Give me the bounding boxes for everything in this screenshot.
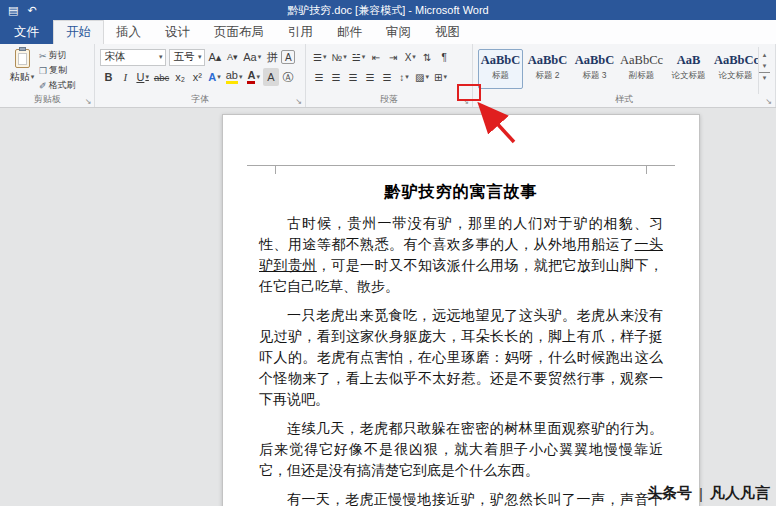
italic-button[interactable]: I <box>117 68 133 86</box>
style-name: 论文标题 <box>667 70 710 82</box>
character-shading-button[interactable]: A <box>263 68 279 86</box>
tab-review[interactable]: 审阅 <box>374 20 423 44</box>
gallery-scroll-up-icon[interactable]: ▴ <box>759 50 770 60</box>
align-right-button[interactable]: ☰ <box>345 68 361 86</box>
shrink-font-button[interactable]: A▾ <box>224 48 240 66</box>
line-spacing-button[interactable]: ↕▾ <box>396 68 412 86</box>
style-name: 标题 <box>479 70 522 82</box>
paragraph-2[interactable]: 一只老虎出来觅食吃，远远地望见了这头驴。老虎从来没有见过驴，看到这家伙身躯庞大，… <box>259 305 663 410</box>
character-border-button[interactable]: A <box>281 50 295 64</box>
tab-page-layout[interactable]: 页面布局 <box>202 20 276 44</box>
multilevel-list-button[interactable]: ☱▾ <box>350 48 367 66</box>
style-item-paper-title[interactable]: AaB 论文标题 <box>666 49 711 89</box>
chevron-down-icon: ▾ <box>239 73 243 81</box>
chevron-down-icon: ▾ <box>443 73 447 81</box>
font-color-icon: A <box>247 70 255 84</box>
title-bar: ▤ ↶ 黔驴技穷.doc [兼容模式] - Microsoft Word <box>0 0 776 20</box>
window-title: 黔驴技穷.doc [兼容模式] - Microsoft Word <box>0 0 776 20</box>
style-preview: AaB <box>667 53 710 67</box>
style-item-heading3[interactable]: AaBbC 标题 3 <box>572 49 617 89</box>
cut-icon: ✂ <box>39 51 47 61</box>
chevron-down-icon: ▾ <box>323 53 327 61</box>
watermark-separator: | <box>699 485 703 502</box>
gallery-scroll-down-icon[interactable]: ▾ <box>759 61 770 71</box>
bold-button[interactable]: B <box>100 68 116 86</box>
text-effects-button[interactable]: A▾ <box>206 68 222 86</box>
underline-button[interactable]: U▾ <box>134 68 150 86</box>
document-page[interactable]: 黔驴技穷的寓言故事 古时候，贵州一带没有驴，那里的人们对于驴的相貌、习性、用途等… <box>222 114 700 506</box>
tab-insert[interactable]: 插入 <box>104 20 153 44</box>
justify-button[interactable]: ☰ <box>362 68 378 86</box>
styles-dialog-launcher-icon[interactable]: ↘ <box>765 98 772 106</box>
tab-file[interactable]: 文件 <box>0 20 53 44</box>
numbering-icon: № <box>332 52 343 63</box>
document-canvas[interactable]: 黔驴技穷的寓言故事 古时候，贵州一带没有驴，那里的人们对于驴的相貌、习性、用途等… <box>0 108 776 506</box>
tab-mailings[interactable]: 邮件 <box>325 20 374 44</box>
tab-references[interactable]: 引用 <box>276 20 325 44</box>
multilevel-list-icon: ☱ <box>352 52 361 63</box>
phonetic-guide-button[interactable]: 拼 <box>264 48 280 66</box>
tab-home[interactable]: 开始 <box>53 20 104 44</box>
font-size-select[interactable]: 五号▾ <box>169 49 205 66</box>
sort-button[interactable]: ⇅ <box>419 48 435 66</box>
style-item-heading1[interactable]: AaBbC 标题 <box>478 49 523 89</box>
paragraph-3[interactable]: 连续几天，老虎都只敢躲在密密的树林里面观察驴的行为。后来觉得它好像不是很凶狠，就… <box>259 418 663 481</box>
clipboard-dialog-launcher-icon[interactable]: ↘ <box>85 98 92 106</box>
style-preview: AaBbC <box>526 53 569 67</box>
chevron-down-icon: ▾ <box>145 73 149 81</box>
font-dialog-launcher-icon[interactable]: ↘ <box>295 98 302 106</box>
ribbon: 粘贴▾ ✂剪切 ❐复制 ✐格式刷 剪贴板 ↘ 宋体▾ 五号▾ A▴ A▾ Aa▾… <box>0 44 776 108</box>
subscript-button[interactable]: x₂ <box>172 68 188 86</box>
show-marks-button[interactable]: ¶ <box>436 48 452 66</box>
change-case-icon: Aa <box>243 51 256 63</box>
chevron-down-icon: ▾ <box>343 53 347 61</box>
numbering-button[interactable]: №▾ <box>330 48 349 66</box>
paragraph-1[interactable]: 古时候，贵州一带没有驴，那里的人们对于驴的相貌、习性、用途等都不熟悉。有个喜欢多… <box>259 213 663 297</box>
font-name-select[interactable]: 宋体▾ <box>100 49 166 66</box>
format-painter-button[interactable]: ✐格式刷 <box>39 79 76 92</box>
copy-button[interactable]: ❐复制 <box>39 64 76 77</box>
align-left-button[interactable]: ☰ <box>311 68 327 86</box>
style-item-subtitle[interactable]: AaBbCc 副标题 <box>619 49 664 89</box>
styles-gallery: AaBbC 标题 AaBbC 标题 2 AaBbC 标题 3 AaBbCc 副标… <box>478 47 758 94</box>
gallery-more-icon[interactable]: ▾ <box>759 72 770 83</box>
asian-layout-button[interactable]: X▾ <box>402 48 418 66</box>
distribute-button[interactable]: ☰ <box>379 68 395 86</box>
paragraph-text: ，可是一时又不知该派什么用场，就把它放到山脚下，任它自己吃草、散步。 <box>259 258 663 294</box>
chevron-down-icon: ▾ <box>159 53 163 61</box>
font-size-value: 五号 <box>173 50 194 64</box>
style-item-heading2[interactable]: AaBbC 标题 2 <box>525 49 570 89</box>
copy-icon: ❐ <box>39 66 47 76</box>
paragraph-4[interactable]: 有一天，老虎正慢慢地接近驴，驴忽然长叫了一声，声音十分响亮。老虎吓了一跳，以为驴… <box>259 489 663 506</box>
strikethrough-button[interactable]: abc <box>152 68 171 86</box>
increase-indent-button[interactable]: ⇥ <box>385 48 401 66</box>
shading-button[interactable]: ▨▾ <box>413 68 431 86</box>
superscript-button[interactable]: x² <box>189 68 205 86</box>
bullets-button[interactable]: ☰▾ <box>311 48 328 66</box>
change-case-button[interactable]: Aa▾ <box>241 48 263 66</box>
document-title[interactable]: 黔驴技穷的寓言故事 <box>259 182 663 203</box>
undo-icon[interactable]: ↶ <box>27 0 36 20</box>
format-painter-icon: ✐ <box>39 81 47 91</box>
cut-button[interactable]: ✂剪切 <box>39 49 76 62</box>
font-group-label: 字体 <box>95 93 305 106</box>
decrease-indent-button[interactable]: ⇤ <box>368 48 384 66</box>
font-color-button[interactable]: A▾ <box>245 68 261 86</box>
style-name: 标题 3 <box>573 70 616 82</box>
line-spacing-icon: ↕ <box>399 72 404 83</box>
text-highlight-button[interactable]: ab▾ <box>224 68 245 86</box>
paste-button[interactable]: 粘贴▾ <box>5 47 39 94</box>
save-icon[interactable]: ▤ <box>8 0 18 20</box>
grow-font-button[interactable]: A▴ <box>206 48 223 66</box>
style-name: 标题 2 <box>526 70 569 82</box>
cut-label: 剪切 <box>49 49 67 62</box>
enclose-characters-button[interactable]: Ⓐ <box>280 68 296 86</box>
annotation-arrow-icon <box>448 96 538 151</box>
style-item-paper-title2[interactable]: AaBbCc 论文标题 <box>713 49 758 89</box>
borders-button[interactable]: ⊞▾ <box>432 68 449 86</box>
align-center-button[interactable]: ☰ <box>328 68 344 86</box>
chevron-down-icon: ▾ <box>256 73 260 81</box>
chevron-down-icon: ▾ <box>258 53 262 61</box>
tab-view[interactable]: 视图 <box>423 20 472 44</box>
tab-design[interactable]: 设计 <box>153 20 202 44</box>
